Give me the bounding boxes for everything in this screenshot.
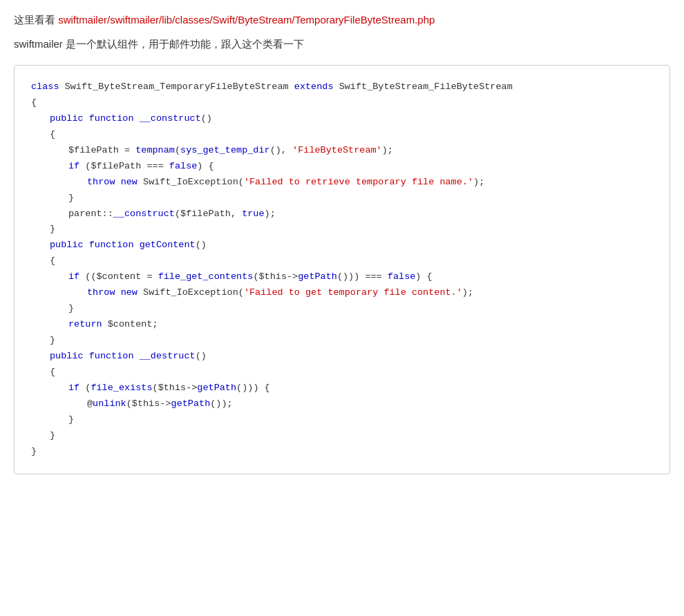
intro-line2: swiftmailer 是一个默认组件，用于邮件功能，跟入这个类看一下 bbox=[14, 38, 670, 51]
code-line-26: @unlink($this->getPath()); bbox=[31, 396, 653, 412]
code-line-11: parent::__construct($filePath, true); bbox=[31, 206, 653, 222]
code-line-20: return $content; bbox=[31, 317, 653, 333]
code-line-18: } bbox=[31, 301, 653, 317]
file-link[interactable]: swiftmailer/swiftmailer/lib/classes/Swif… bbox=[58, 14, 435, 26]
code-line-8: throw new Swift_IoException('Failed to r… bbox=[31, 175, 653, 191]
code-line-25: if (file_exists($this->getPath())) { bbox=[31, 381, 653, 396]
code-line-4: { bbox=[31, 127, 653, 143]
code-line-7: if ($filePath === false) { bbox=[31, 159, 653, 175]
code-line-16: if (($content = file_get_contents($this-… bbox=[31, 269, 653, 285]
code-line-24: { bbox=[31, 365, 653, 381]
code-line-2: { bbox=[31, 95, 653, 111]
code-line-3: public function __construct() bbox=[31, 111, 653, 127]
intro-line1: 这里看看 swiftmailer/swiftmailer/lib/classes… bbox=[14, 14, 670, 27]
code-line-28: } bbox=[31, 428, 653, 444]
code-line-12: } bbox=[31, 222, 653, 238]
code-line-5: $filePath = tempnam(sys_get_temp_dir(), … bbox=[31, 143, 653, 159]
intro-prefix: 这里看看 bbox=[14, 14, 58, 26]
code-line-9: } bbox=[31, 191, 653, 206]
code-line-29: } bbox=[31, 444, 653, 460]
code-container: class Swift_ByteStream_TemporaryFileByte… bbox=[14, 65, 670, 474]
code-line-23: public function __destruct() bbox=[31, 349, 653, 365]
code-line-27: } bbox=[31, 412, 653, 428]
code-line-17: throw new Swift_IoException('Failed to g… bbox=[31, 285, 653, 301]
code-line-1: class Swift_ByteStream_TemporaryFileByte… bbox=[31, 79, 653, 95]
code-line-21: } bbox=[31, 333, 653, 349]
code-line-15: { bbox=[31, 253, 653, 269]
intro-section: 这里看看 swiftmailer/swiftmailer/lib/classes… bbox=[14, 14, 670, 51]
code-line-14: public function getContent() bbox=[31, 238, 653, 253]
